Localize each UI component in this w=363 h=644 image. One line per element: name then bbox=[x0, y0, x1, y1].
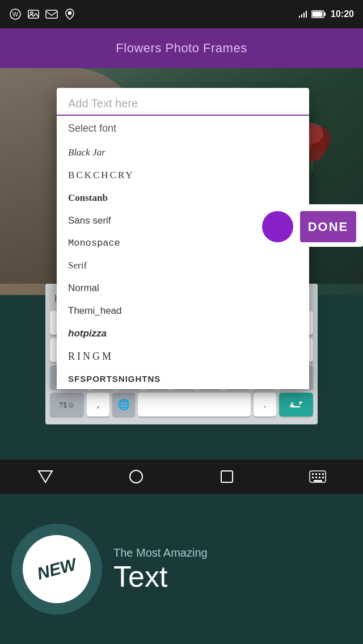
status-icons-left: W bbox=[9, 8, 76, 20]
svg-rect-34 bbox=[319, 477, 320, 478]
mail-icon bbox=[45, 8, 58, 20]
nav-recents-button[interactable] bbox=[216, 465, 238, 488]
font-item-blackcherry[interactable]: BCKCHCRY bbox=[57, 164, 309, 187]
new-badge-container: NEW bbox=[11, 524, 102, 614]
done-button[interactable]: DONE bbox=[300, 211, 356, 242]
location-icon bbox=[64, 8, 76, 20]
font-item-normal[interactable]: Normal bbox=[57, 277, 309, 300]
status-icons-right: 10:20 bbox=[298, 9, 354, 19]
svg-rect-33 bbox=[315, 477, 317, 478]
svg-point-5 bbox=[69, 12, 71, 15]
nav-bar bbox=[0, 460, 363, 494]
font-item-themihead[interactable]: Themi_head bbox=[57, 300, 309, 322]
svg-point-25 bbox=[130, 470, 142, 483]
key-globe[interactable]: 🌐 bbox=[112, 393, 135, 416]
color-picker-circle[interactable] bbox=[262, 211, 293, 242]
key-comma[interactable]: , bbox=[87, 393, 109, 416]
svg-marker-7 bbox=[303, 12, 305, 18]
key-period[interactable]: . bbox=[254, 393, 276, 416]
svg-rect-11 bbox=[324, 12, 326, 16]
svg-rect-28 bbox=[312, 473, 314, 475]
key-space[interactable] bbox=[138, 393, 251, 416]
svg-marker-6 bbox=[306, 11, 307, 18]
font-item-sfsports[interactable]: SFSPORTSNIGHTNS bbox=[57, 368, 309, 389]
keyboard-row-4: ?1☺ , 🌐 . bbox=[50, 393, 313, 416]
key-symbols[interactable]: ?1☺ bbox=[50, 393, 84, 416]
font-item-ringm[interactable]: RINGM bbox=[57, 345, 309, 368]
svg-rect-4 bbox=[46, 10, 57, 18]
svg-rect-29 bbox=[315, 473, 317, 475]
nav-back-button[interactable] bbox=[34, 465, 57, 488]
image-icon bbox=[27, 8, 40, 20]
text-input-placeholder: Add Text here bbox=[68, 97, 138, 110]
promo-text-area: The Most Amazing Text bbox=[113, 546, 352, 591]
svg-marker-8 bbox=[301, 14, 302, 18]
promo-title: Text bbox=[113, 562, 352, 591]
action-row: DONE bbox=[255, 204, 363, 247]
font-dropdown: Select font Black Jar BCKCHCRY Constanb … bbox=[57, 116, 309, 389]
svg-marker-9 bbox=[299, 16, 300, 18]
nav-keyboard-button[interactable] bbox=[306, 465, 329, 488]
new-badge-inner: NEW bbox=[23, 535, 91, 603]
battery-icon bbox=[311, 10, 326, 18]
status-time: 10:20 bbox=[331, 9, 354, 19]
svg-rect-30 bbox=[319, 473, 320, 475]
svg-rect-31 bbox=[322, 473, 324, 475]
promo-area: NEW The Most Amazing Text bbox=[0, 494, 363, 644]
svg-rect-35 bbox=[322, 477, 324, 478]
app-title: Flowers Photo Frames bbox=[116, 41, 247, 56]
signal-icon bbox=[298, 10, 307, 19]
svg-rect-36 bbox=[314, 480, 322, 482]
svg-rect-26 bbox=[221, 471, 233, 482]
app-header: Flowers Photo Frames bbox=[0, 28, 363, 68]
svg-marker-24 bbox=[39, 471, 52, 482]
status-bar: W bbox=[0, 0, 363, 28]
key-enter[interactable] bbox=[279, 393, 313, 416]
font-item-serif[interactable]: Serif bbox=[57, 254, 309, 277]
new-badge-text: NEW bbox=[35, 554, 78, 583]
svg-rect-32 bbox=[312, 477, 314, 478]
font-item-hotpizza[interactable]: hotpizza bbox=[57, 322, 309, 345]
text-input-area[interactable]: Add Text here bbox=[57, 88, 309, 116]
font-item-blackjar[interactable]: Black Jar bbox=[57, 141, 309, 164]
whatsapp-icon: W bbox=[9, 8, 22, 20]
font-dropdown-header: Select font bbox=[57, 116, 309, 141]
nav-home-button[interactable] bbox=[125, 465, 147, 488]
svg-rect-12 bbox=[313, 12, 323, 17]
svg-text:W: W bbox=[12, 11, 19, 18]
promo-subtitle: The Most Amazing bbox=[113, 546, 352, 559]
